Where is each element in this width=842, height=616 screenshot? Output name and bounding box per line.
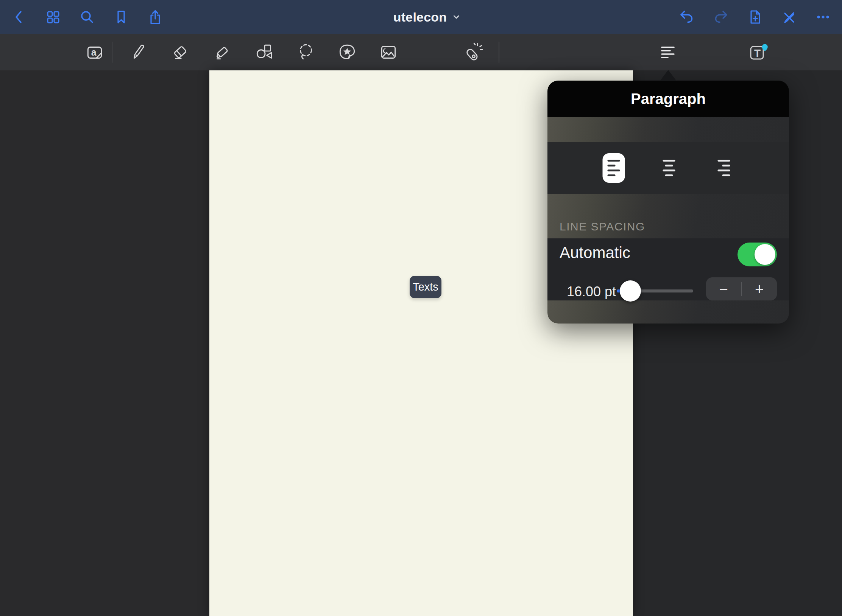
automatic-toggle[interactable] [738,243,777,266]
share-button[interactable] [145,6,166,28]
share-icon [147,9,164,25]
popover-arrow [660,70,677,81]
stylus-toggle-button[interactable] [778,6,800,28]
align-left-button[interactable] [603,153,625,183]
zoom-window-tool-button[interactable]: a [83,40,106,64]
top-navigation-bar: utelecon [0,0,842,34]
sticker-star-icon [337,42,357,62]
pen-tool-button[interactable] [127,40,151,64]
line-spacing-section-header: LINE SPACING [547,194,789,238]
image-icon [378,42,399,62]
line-spacing-section-label: LINE SPACING [560,220,645,233]
document-title-button[interactable]: utelecon [393,0,460,34]
page-thumbnails-button[interactable] [42,6,64,28]
shapes-icon [254,42,275,62]
eraser-icon [170,42,191,62]
automatic-label: Automatic [560,244,630,262]
chevron-down-icon [452,13,460,21]
lasso-tool-button[interactable] [294,40,318,64]
document-title: utelecon [393,10,447,25]
back-button[interactable] [8,6,30,28]
image-tool-button[interactable] [377,40,400,64]
pencil-x-icon [781,9,797,25]
align-left-icon [659,43,677,61]
bookmark-button[interactable] [111,6,132,28]
search-icon [79,9,95,25]
highlighter-tool-button[interactable] [211,40,234,64]
topbar-left-group [8,0,166,34]
laser-pointer-icon [463,42,483,62]
paragraph-alignment-button[interactable] [656,40,680,64]
line-spacing-controls: Automatic 16.00 pt − + [547,238,789,300]
increase-spacing-button[interactable]: + [742,277,777,300]
ellipsis-icon [815,9,831,25]
highlighter-icon [212,42,233,62]
popover-bottom-band [547,300,789,324]
popover-title: Paragraph [631,90,706,107]
lasso-icon [296,42,316,62]
eraser-tool-button[interactable] [169,40,192,64]
popover-header: Paragraph [547,81,789,117]
toggle-knob [755,244,775,265]
topbar-right-group [676,0,834,34]
redo-icon [713,9,729,25]
favorite-text-style-button[interactable]: T [747,40,770,64]
pen-icon [129,42,149,62]
add-page-button[interactable] [744,6,766,28]
svg-text:a: a [91,47,97,58]
popover-spacer-band [547,117,789,142]
shapes-tool-button[interactable] [253,40,276,64]
line-spacing-stepper: − + [706,277,777,300]
goodnotes-app-screen: utelecon a [0,0,842,616]
chevron-left-icon [11,9,27,25]
align-right-button[interactable] [713,153,735,183]
redo-button[interactable] [710,6,731,28]
bookmark-icon [113,9,129,25]
undo-button[interactable] [676,6,697,28]
add-page-icon [747,9,763,25]
grid-icon [45,9,61,25]
alignment-row [547,142,789,194]
laser-pointer-tool-button[interactable] [461,40,485,64]
line-spacing-slider[interactable] [617,280,693,302]
slider-thumb[interactable] [620,280,641,302]
text-style-heart-icon: T [747,41,769,63]
undo-icon [678,9,695,25]
elements-tool-button[interactable] [335,40,359,64]
more-options-button[interactable] [812,6,834,28]
texts-label[interactable]: Texts [410,276,441,298]
toolbar-divider [499,42,499,63]
decrease-spacing-button[interactable]: − [706,277,741,300]
search-button[interactable] [76,6,98,28]
tool-bar: a T Hi [0,34,842,70]
svg-text:T: T [754,47,761,59]
toolbar-divider [112,42,112,63]
paragraph-popover: Paragraph LINE SPACING Automatic 16.00 p… [547,81,789,324]
line-spacing-value: 16.00 pt [567,284,616,300]
align-center-button[interactable] [658,153,680,183]
zoom-window-icon: a [84,42,105,62]
